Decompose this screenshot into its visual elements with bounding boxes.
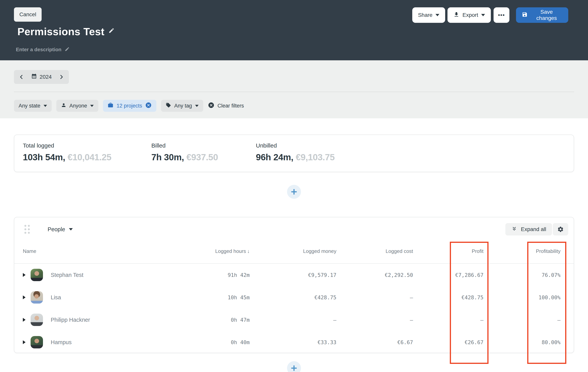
plus-icon bbox=[290, 188, 298, 196]
person-name: Lisa bbox=[51, 294, 61, 301]
group-by-dropdown[interactable]: People bbox=[48, 226, 73, 233]
filter-tag-label: Any tag bbox=[174, 103, 192, 109]
edit-title-pencil-icon[interactable] bbox=[108, 28, 115, 35]
chevron-down-icon bbox=[195, 105, 199, 107]
column-header-profit[interactable]: Profit bbox=[413, 248, 483, 254]
tag-icon bbox=[166, 102, 171, 109]
chevron-down-icon bbox=[435, 14, 439, 16]
column-header-profitability[interactable]: Profitability bbox=[483, 248, 560, 254]
share-button[interactable]: Share bbox=[412, 7, 445, 23]
more-options-button[interactable]: ••• bbox=[494, 7, 509, 23]
table-row[interactable]: Hampus 0h 40m €33.33 €6.67 €26.67 80.00% bbox=[14, 331, 574, 353]
download-icon bbox=[453, 11, 460, 19]
avatar bbox=[31, 314, 43, 326]
subheader: 2024 Any state Anyone bbox=[0, 60, 588, 118]
widget-settings-button[interactable] bbox=[553, 223, 568, 235]
filter-tag[interactable]: Any tag bbox=[161, 100, 203, 112]
clear-filters-label: Clear filters bbox=[218, 103, 244, 109]
plus-icon bbox=[290, 364, 298, 372]
table-row[interactable]: Stephan Test 91h 42m €9,579.17 €2,292.50… bbox=[14, 264, 574, 286]
column-header-logged-money[interactable]: Logged money bbox=[250, 248, 336, 254]
expand-all-button[interactable]: Expand all bbox=[505, 223, 552, 235]
column-header-name[interactable]: Name bbox=[14, 248, 142, 254]
chevron-down-icon bbox=[69, 228, 73, 231]
expand-all-label: Expand all bbox=[521, 226, 546, 232]
logged-hours-value: 0h 47m bbox=[142, 317, 250, 323]
expand-row-icon[interactable] bbox=[23, 318, 26, 322]
people-table-widget: People Expand all Name Logged hours↓ Log… bbox=[14, 217, 574, 353]
expand-row-icon[interactable] bbox=[23, 340, 26, 344]
briefcase-icon bbox=[108, 102, 113, 110]
save-icon bbox=[522, 12, 528, 19]
logged-cost-value: — bbox=[336, 294, 413, 301]
logged-cost-value: €2,292.50 bbox=[336, 272, 413, 278]
chevron-down-icon bbox=[90, 105, 94, 107]
logged-money-value: — bbox=[250, 317, 336, 323]
logged-hours-value: 0h 40m bbox=[142, 339, 250, 345]
cancel-button[interactable]: Cancel bbox=[14, 7, 42, 22]
summary-hours: 103h 54m, bbox=[23, 152, 65, 162]
person-icon bbox=[61, 102, 66, 109]
logged-money-value: €33.33 bbox=[250, 339, 336, 345]
double-chevron-down-icon bbox=[511, 226, 517, 233]
expand-row-icon[interactable] bbox=[23, 295, 26, 299]
edit-description-pencil-icon[interactable] bbox=[65, 46, 70, 53]
summary-billed: Billed 7h 30m, €937.50 bbox=[151, 142, 218, 162]
previous-period-button[interactable] bbox=[19, 74, 24, 80]
logged-hours-value: 10h 45m bbox=[142, 294, 250, 301]
sort-descending-icon: ↓ bbox=[247, 248, 250, 254]
add-widget-button[interactable] bbox=[287, 361, 301, 372]
filter-projects[interactable]: 12 projects bbox=[103, 100, 156, 112]
add-widget-button[interactable] bbox=[287, 185, 301, 199]
avatar bbox=[31, 336, 43, 348]
person-name: Stephan Test bbox=[51, 272, 84, 278]
avatar bbox=[31, 291, 43, 303]
filter-assignee-label: Anyone bbox=[70, 103, 87, 109]
chevron-down-icon bbox=[481, 14, 485, 16]
table-row[interactable]: Philipp Hackner 0h 47m — — — — bbox=[14, 309, 574, 331]
filter-state-label: Any state bbox=[19, 103, 41, 109]
summary-label: Unbilled bbox=[256, 142, 335, 149]
export-button[interactable]: Export bbox=[448, 7, 491, 23]
filter-assignee[interactable]: Anyone bbox=[56, 100, 98, 112]
column-header-logged-cost[interactable]: Logged cost bbox=[336, 248, 413, 254]
clear-filters-button[interactable]: Clear filters bbox=[208, 102, 244, 110]
logged-cost-value: — bbox=[336, 317, 413, 323]
summary-card: Total logged 103h 54m, €10,041.25 Billed… bbox=[14, 135, 574, 172]
expand-row-icon[interactable] bbox=[23, 273, 26, 277]
group-by-label: People bbox=[48, 226, 65, 233]
table-header-row: Name Logged hours↓ Logged money Logged c… bbox=[14, 239, 574, 264]
column-header-logged-hours[interactable]: Logged hours↓ bbox=[142, 248, 250, 254]
export-label: Export bbox=[462, 12, 478, 18]
summary-label: Total logged bbox=[23, 142, 112, 149]
profit-value: €7,286.67 bbox=[413, 272, 483, 278]
chevron-down-icon bbox=[43, 105, 47, 107]
profitability-value: 80.00% bbox=[483, 339, 560, 345]
date-range-picker[interactable]: 2024 bbox=[14, 70, 69, 84]
logged-hours-value: 91h 42m bbox=[142, 272, 250, 278]
gear-icon bbox=[557, 226, 564, 233]
summary-total-logged: Total logged 103h 54m, €10,041.25 bbox=[23, 142, 112, 162]
profitability-value: — bbox=[483, 317, 560, 323]
drag-handle-icon[interactable] bbox=[24, 225, 30, 234]
save-changes-button[interactable]: Save changes bbox=[516, 7, 568, 23]
filter-state[interactable]: Any state bbox=[14, 100, 52, 112]
share-label: Share bbox=[418, 12, 433, 18]
summary-hours: 7h 30m, bbox=[151, 152, 184, 162]
calendar-icon bbox=[31, 73, 37, 81]
description-field[interactable]: Enter a description bbox=[16, 46, 70, 53]
profit-value: €26.67 bbox=[413, 339, 483, 345]
next-period-button[interactable] bbox=[59, 74, 64, 80]
report-page: Cancel Permissions Test Enter a descript… bbox=[0, 0, 588, 372]
divider bbox=[14, 92, 574, 92]
person-name: Hampus bbox=[51, 339, 72, 345]
table-row[interactable]: Lisa 10h 45m €428.75 — €428.75 100.00% bbox=[14, 286, 574, 309]
remove-filter-icon[interactable] bbox=[145, 102, 152, 110]
avatar bbox=[31, 269, 43, 281]
summary-money: €937.50 bbox=[186, 152, 218, 162]
description-placeholder: Enter a description bbox=[16, 47, 62, 53]
logged-money-value: €428.75 bbox=[250, 294, 336, 301]
summary-label: Billed bbox=[151, 142, 218, 149]
summary-money: €9,103.75 bbox=[296, 152, 335, 162]
clear-filters-icon bbox=[208, 102, 214, 110]
